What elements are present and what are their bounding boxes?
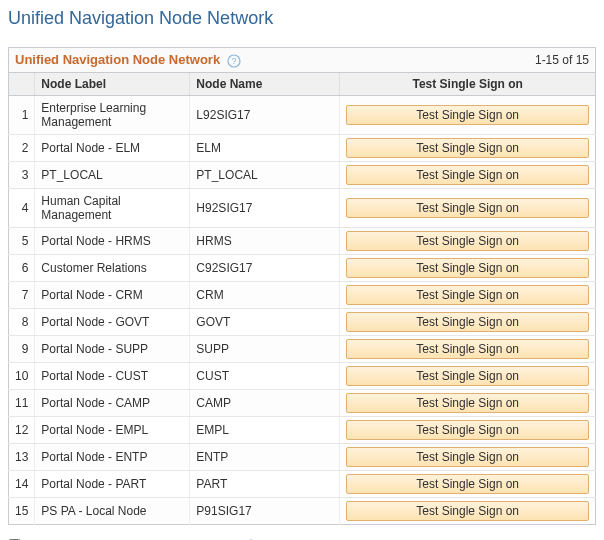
- table-row: 3PT_LOCALPT_LOCALTest Single Sign on: [9, 161, 596, 188]
- node-name: PART: [190, 470, 340, 497]
- test-sso-button[interactable]: Test Single Sign on: [346, 198, 589, 218]
- row-index: 15: [9, 497, 35, 524]
- node-name: PT_LOCAL: [190, 161, 340, 188]
- test-sso-button[interactable]: Test Single Sign on: [346, 231, 589, 251]
- node-label: PS PA - Local Node: [35, 497, 190, 524]
- row-index: 9: [9, 335, 35, 362]
- test-sso-button[interactable]: Test Single Sign on: [346, 447, 589, 467]
- row-index: 6: [9, 254, 35, 281]
- col-head-label: Node Label: [35, 72, 190, 95]
- col-head-index: [9, 72, 35, 95]
- node-name: C92SIG17: [190, 254, 340, 281]
- table-row: 11Portal Node - CAMPCAMPTest Single Sign…: [9, 389, 596, 416]
- row-index: 13: [9, 443, 35, 470]
- table-row: 7Portal Node - CRMCRMTest Single Sign on: [9, 281, 596, 308]
- test-sso-button[interactable]: Test Single Sign on: [346, 165, 589, 185]
- node-label: Portal Node - ENTP: [35, 443, 190, 470]
- node-name: CAMP: [190, 389, 340, 416]
- table-row: 9Portal Node - SUPPSUPPTest Single Sign …: [9, 335, 596, 362]
- node-label: PT_LOCAL: [35, 161, 190, 188]
- node-name: GOVT: [190, 308, 340, 335]
- node-label: Portal Node - CAMP: [35, 389, 190, 416]
- col-head-action: Test Single Sign on: [340, 72, 596, 95]
- grid-range: 1-15 of 15: [340, 48, 596, 73]
- test-sso-button[interactable]: Test Single Sign on: [346, 339, 589, 359]
- test-sso-button[interactable]: Test Single Sign on: [346, 138, 589, 158]
- test-sso-button[interactable]: Test Single Sign on: [346, 258, 589, 278]
- node-label: Portal Node - PART: [35, 470, 190, 497]
- col-head-name: Node Name: [190, 72, 340, 95]
- node-label: Portal Node - CUST: [35, 362, 190, 389]
- node-label: Portal Node - CRM: [35, 281, 190, 308]
- table-row: 4Human Capital ManagementH92SIG17Test Si…: [9, 188, 596, 227]
- node-label: Portal Node - HRMS: [35, 227, 190, 254]
- test-sso-button[interactable]: Test Single Sign on: [346, 105, 589, 125]
- node-label: Portal Node - ELM: [35, 134, 190, 161]
- table-row: 1Enterprise Learning ManagementL92SIG17T…: [9, 95, 596, 134]
- table-row: 13Portal Node - ENTPENTPTest Single Sign…: [9, 443, 596, 470]
- node-name: L92SIG17: [190, 95, 340, 134]
- node-label: Portal Node - GOVT: [35, 308, 190, 335]
- node-name: EMPL: [190, 416, 340, 443]
- test-sso-button[interactable]: Test Single Sign on: [346, 312, 589, 332]
- node-label: Portal Node - EMPL: [35, 416, 190, 443]
- node-label: Portal Node - SUPP: [35, 335, 190, 362]
- test-sso-button[interactable]: Test Single Sign on: [346, 474, 589, 494]
- node-name: ELM: [190, 134, 340, 161]
- row-index: 4: [9, 188, 35, 227]
- row-index: 10: [9, 362, 35, 389]
- row-index: 2: [9, 134, 35, 161]
- row-index: 8: [9, 308, 35, 335]
- node-name: CUST: [190, 362, 340, 389]
- table-row: 14Portal Node - PARTPARTTest Single Sign…: [9, 470, 596, 497]
- node-name: HRMS: [190, 227, 340, 254]
- node-label: Enterprise Learning Management: [35, 95, 190, 134]
- table-row: 5Portal Node - HRMSHRMSTest Single Sign …: [9, 227, 596, 254]
- test-sso-button[interactable]: Test Single Sign on: [346, 366, 589, 386]
- table-row: 10Portal Node - CUSTCUSTTest Single Sign…: [9, 362, 596, 389]
- test-sso-button[interactable]: Test Single Sign on: [346, 285, 589, 305]
- node-label: Human Capital Management: [35, 188, 190, 227]
- svg-text:?: ?: [232, 56, 237, 66]
- row-index: 1: [9, 95, 35, 134]
- row-index: 12: [9, 416, 35, 443]
- row-index: 7: [9, 281, 35, 308]
- grid-title: Unified Navigation Node Network: [15, 52, 220, 67]
- test-sso-button[interactable]: Test Single Sign on: [346, 420, 589, 440]
- row-index: 11: [9, 389, 35, 416]
- table-row: 15PS PA - Local NodeP91SIG17Test Single …: [9, 497, 596, 524]
- test-sso-button[interactable]: Test Single Sign on: [346, 393, 589, 413]
- node-network-grid: Unified Navigation Node Network ? 1-15 o…: [8, 47, 596, 525]
- node-name: SUPP: [190, 335, 340, 362]
- table-row: 8Portal Node - GOVTGOVTTest Single Sign …: [9, 308, 596, 335]
- node-name: ENTP: [190, 443, 340, 470]
- row-index: 5: [9, 227, 35, 254]
- node-name: P91SIG17: [190, 497, 340, 524]
- table-row: 2Portal Node - ELMELMTest Single Sign on: [9, 134, 596, 161]
- table-row: 12Portal Node - EMPLEMPLTest Single Sign…: [9, 416, 596, 443]
- table-row: 6Customer RelationsC92SIG17Test Single S…: [9, 254, 596, 281]
- node-label: Customer Relations: [35, 254, 190, 281]
- node-name: CRM: [190, 281, 340, 308]
- help-icon[interactable]: ?: [227, 54, 241, 68]
- row-index: 14: [9, 470, 35, 497]
- row-index: 3: [9, 161, 35, 188]
- test-sso-button[interactable]: Test Single Sign on: [346, 501, 589, 521]
- node-name: H92SIG17: [190, 188, 340, 227]
- page-title: Unified Navigation Node Network: [8, 8, 596, 29]
